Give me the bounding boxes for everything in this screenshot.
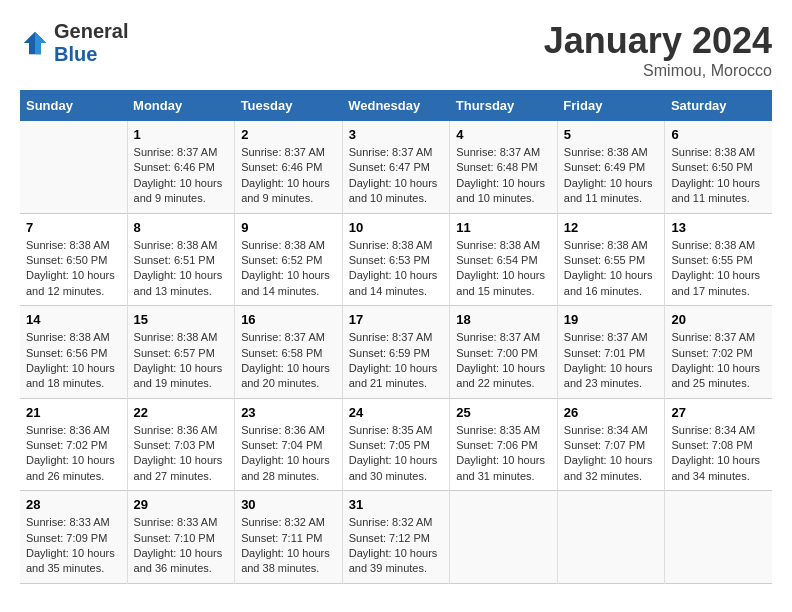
- day-number: 9: [241, 220, 336, 235]
- calendar-cell: 24Sunrise: 8:35 AM Sunset: 7:05 PM Dayli…: [342, 398, 450, 491]
- day-number: 6: [671, 127, 766, 142]
- calendar-cell: 14Sunrise: 8:38 AM Sunset: 6:56 PM Dayli…: [20, 306, 127, 399]
- week-row-3: 14Sunrise: 8:38 AM Sunset: 6:56 PM Dayli…: [20, 306, 772, 399]
- day-number: 11: [456, 220, 551, 235]
- logo: General Blue: [20, 20, 128, 66]
- day-number: 21: [26, 405, 121, 420]
- day-info: Sunrise: 8:38 AM Sunset: 6:56 PM Dayligh…: [26, 330, 121, 392]
- day-number: 23: [241, 405, 336, 420]
- day-number: 18: [456, 312, 551, 327]
- calendar-cell: 1Sunrise: 8:37 AM Sunset: 6:46 PM Daylig…: [127, 121, 235, 213]
- day-info: Sunrise: 8:37 AM Sunset: 7:00 PM Dayligh…: [456, 330, 551, 392]
- day-info: Sunrise: 8:38 AM Sunset: 6:55 PM Dayligh…: [671, 238, 766, 300]
- logo-icon: [20, 28, 50, 58]
- day-number: 17: [349, 312, 444, 327]
- day-number: 24: [349, 405, 444, 420]
- day-info: Sunrise: 8:37 AM Sunset: 6:58 PM Dayligh…: [241, 330, 336, 392]
- day-number: 22: [134, 405, 229, 420]
- calendar-cell: 22Sunrise: 8:36 AM Sunset: 7:03 PM Dayli…: [127, 398, 235, 491]
- day-info: Sunrise: 8:32 AM Sunset: 7:11 PM Dayligh…: [241, 515, 336, 577]
- calendar-header: SundayMondayTuesdayWednesdayThursdayFrid…: [20, 90, 772, 121]
- calendar-cell: 11Sunrise: 8:38 AM Sunset: 6:54 PM Dayli…: [450, 213, 558, 306]
- calendar-cell: [665, 491, 772, 584]
- day-info: Sunrise: 8:32 AM Sunset: 7:12 PM Dayligh…: [349, 515, 444, 577]
- week-row-5: 28Sunrise: 8:33 AM Sunset: 7:09 PM Dayli…: [20, 491, 772, 584]
- logo-text: General Blue: [54, 20, 128, 66]
- day-number: 20: [671, 312, 766, 327]
- location: Smimou, Morocco: [544, 62, 772, 80]
- day-number: 4: [456, 127, 551, 142]
- day-number: 12: [564, 220, 659, 235]
- day-number: 19: [564, 312, 659, 327]
- day-number: 16: [241, 312, 336, 327]
- day-info: Sunrise: 8:35 AM Sunset: 7:05 PM Dayligh…: [349, 423, 444, 485]
- weekday-sunday: Sunday: [20, 90, 127, 121]
- day-number: 27: [671, 405, 766, 420]
- calendar-cell: 2Sunrise: 8:37 AM Sunset: 6:46 PM Daylig…: [235, 121, 343, 213]
- week-row-4: 21Sunrise: 8:36 AM Sunset: 7:02 PM Dayli…: [20, 398, 772, 491]
- calendar-cell: 6Sunrise: 8:38 AM Sunset: 6:50 PM Daylig…: [665, 121, 772, 213]
- week-row-2: 7Sunrise: 8:38 AM Sunset: 6:50 PM Daylig…: [20, 213, 772, 306]
- title-block: January 2024 Smimou, Morocco: [544, 20, 772, 80]
- day-number: 2: [241, 127, 336, 142]
- day-number: 30: [241, 497, 336, 512]
- svg-marker-1: [35, 32, 46, 55]
- calendar-cell: 5Sunrise: 8:38 AM Sunset: 6:49 PM Daylig…: [557, 121, 665, 213]
- day-number: 10: [349, 220, 444, 235]
- day-info: Sunrise: 8:33 AM Sunset: 7:09 PM Dayligh…: [26, 515, 121, 577]
- calendar-cell: 27Sunrise: 8:34 AM Sunset: 7:08 PM Dayli…: [665, 398, 772, 491]
- day-info: Sunrise: 8:36 AM Sunset: 7:03 PM Dayligh…: [134, 423, 229, 485]
- calendar-cell: 30Sunrise: 8:32 AM Sunset: 7:11 PM Dayli…: [235, 491, 343, 584]
- day-number: 5: [564, 127, 659, 142]
- day-info: Sunrise: 8:38 AM Sunset: 6:50 PM Dayligh…: [671, 145, 766, 207]
- calendar-cell: [20, 121, 127, 213]
- day-info: Sunrise: 8:33 AM Sunset: 7:10 PM Dayligh…: [134, 515, 229, 577]
- weekday-header-row: SundayMondayTuesdayWednesdayThursdayFrid…: [20, 90, 772, 121]
- day-info: Sunrise: 8:37 AM Sunset: 6:59 PM Dayligh…: [349, 330, 444, 392]
- calendar-table: SundayMondayTuesdayWednesdayThursdayFrid…: [20, 90, 772, 584]
- day-info: Sunrise: 8:34 AM Sunset: 7:08 PM Dayligh…: [671, 423, 766, 485]
- day-info: Sunrise: 8:37 AM Sunset: 6:46 PM Dayligh…: [134, 145, 229, 207]
- day-info: Sunrise: 8:38 AM Sunset: 6:55 PM Dayligh…: [564, 238, 659, 300]
- day-info: Sunrise: 8:34 AM Sunset: 7:07 PM Dayligh…: [564, 423, 659, 485]
- calendar-cell: 13Sunrise: 8:38 AM Sunset: 6:55 PM Dayli…: [665, 213, 772, 306]
- day-info: Sunrise: 8:37 AM Sunset: 7:01 PM Dayligh…: [564, 330, 659, 392]
- day-number: 26: [564, 405, 659, 420]
- day-info: Sunrise: 8:35 AM Sunset: 7:06 PM Dayligh…: [456, 423, 551, 485]
- calendar-cell: 15Sunrise: 8:38 AM Sunset: 6:57 PM Dayli…: [127, 306, 235, 399]
- calendar-cell: 21Sunrise: 8:36 AM Sunset: 7:02 PM Dayli…: [20, 398, 127, 491]
- day-number: 13: [671, 220, 766, 235]
- day-number: 3: [349, 127, 444, 142]
- calendar-cell: 12Sunrise: 8:38 AM Sunset: 6:55 PM Dayli…: [557, 213, 665, 306]
- day-info: Sunrise: 8:36 AM Sunset: 7:04 PM Dayligh…: [241, 423, 336, 485]
- weekday-monday: Monday: [127, 90, 235, 121]
- calendar-cell: 31Sunrise: 8:32 AM Sunset: 7:12 PM Dayli…: [342, 491, 450, 584]
- day-info: Sunrise: 8:38 AM Sunset: 6:53 PM Dayligh…: [349, 238, 444, 300]
- day-number: 1: [134, 127, 229, 142]
- calendar-cell: [557, 491, 665, 584]
- day-number: 8: [134, 220, 229, 235]
- day-info: Sunrise: 8:38 AM Sunset: 6:54 PM Dayligh…: [456, 238, 551, 300]
- calendar-cell: 8Sunrise: 8:38 AM Sunset: 6:51 PM Daylig…: [127, 213, 235, 306]
- calendar-cell: 26Sunrise: 8:34 AM Sunset: 7:07 PM Dayli…: [557, 398, 665, 491]
- day-number: 14: [26, 312, 121, 327]
- day-number: 29: [134, 497, 229, 512]
- calendar-cell: 25Sunrise: 8:35 AM Sunset: 7:06 PM Dayli…: [450, 398, 558, 491]
- day-number: 28: [26, 497, 121, 512]
- day-number: 7: [26, 220, 121, 235]
- weekday-saturday: Saturday: [665, 90, 772, 121]
- calendar-cell: 4Sunrise: 8:37 AM Sunset: 6:48 PM Daylig…: [450, 121, 558, 213]
- weekday-wednesday: Wednesday: [342, 90, 450, 121]
- calendar-cell: 16Sunrise: 8:37 AM Sunset: 6:58 PM Dayli…: [235, 306, 343, 399]
- day-info: Sunrise: 8:38 AM Sunset: 6:57 PM Dayligh…: [134, 330, 229, 392]
- page-header: General Blue January 2024 Smimou, Morocc…: [20, 20, 772, 80]
- weekday-thursday: Thursday: [450, 90, 558, 121]
- day-info: Sunrise: 8:36 AM Sunset: 7:02 PM Dayligh…: [26, 423, 121, 485]
- day-info: Sunrise: 8:37 AM Sunset: 7:02 PM Dayligh…: [671, 330, 766, 392]
- weekday-tuesday: Tuesday: [235, 90, 343, 121]
- day-number: 31: [349, 497, 444, 512]
- calendar-cell: 18Sunrise: 8:37 AM Sunset: 7:00 PM Dayli…: [450, 306, 558, 399]
- calendar-cell: 7Sunrise: 8:38 AM Sunset: 6:50 PM Daylig…: [20, 213, 127, 306]
- day-number: 15: [134, 312, 229, 327]
- weekday-friday: Friday: [557, 90, 665, 121]
